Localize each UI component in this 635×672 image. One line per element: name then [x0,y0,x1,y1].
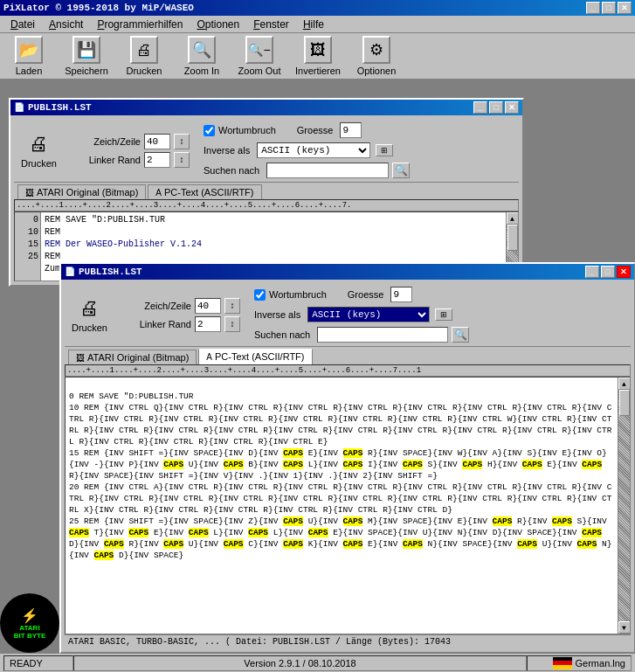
scroll-track-fg[interactable] [618,390,631,621]
refresh-btn[interactable]: ↕ [174,134,190,149]
app-titlebar: PiXLator © 1995-2018 by MiP/WASEO _ □ ✕ [0,0,635,16]
window-fg-ruler: ....+....1....+....2....+....3....+....4… [65,364,631,377]
zoom-out-icon: 🔍− [245,36,273,64]
suchen-input[interactable] [266,163,389,178]
menu-ansicht[interactable]: Ansicht [42,17,90,31]
window-bg-minimize[interactable]: _ [473,101,487,114]
linker-rand-input[interactable] [144,152,170,168]
inverse-expand[interactable]: ⊞ [376,144,393,156]
fg-refresh-btn2[interactable]: ↕ [224,316,240,332]
fg-suchen-label: Suchen nach [254,329,310,340]
status-version: Version 2.9.1 / 08.10.2018 [73,655,527,671]
scroll-up-fg[interactable]: ▲ [618,378,631,390]
fg-refresh-btn[interactable]: ↕ [224,298,240,314]
field-group-left: Zeich/Zeile ↕ Linker Rand ↕ [71,134,190,168]
scroll-down-fg[interactable]: ▼ [618,621,631,634]
fg-scrollbar[interactable]: ▲ ▼ [618,378,630,634]
toolbar-drucken[interactable]: 🖨 Drucken [122,36,166,76]
drucken-text[interactable]: Drucken [21,158,57,169]
toolbar-zoom-in[interactable]: 🔍 Zoom In [180,36,224,76]
line-25: 25 REM {INV SHIFT =}{INV SPACE}{INV Z}{I… [69,516,612,560]
app-title: PiXLator © 1995-2018 by MiP/WASEO [3,3,194,13]
laden-label: Laden [16,66,43,76]
toolbar-optionen[interactable]: ⚙ Optionen [355,36,398,76]
zoom-in-icon: 🔍 [188,36,216,64]
maximize-button[interactable]: □ [602,2,616,14]
zeich-input[interactable] [144,134,170,149]
fg-text-content[interactable]: 0 REM SAVE "D:PUBLISH.TUR 10 REM {INV CT… [66,378,618,634]
line-20: 20 REM {INV CTRL A}{INV CTRL R}{INV CTRL… [69,482,611,515]
menu-datei[interactable]: Datei [3,17,42,31]
toolbar-laden[interactable]: 📂 Laden [7,36,51,76]
toolbar-zoom-out[interactable]: 🔍− Zoom Out [238,36,281,76]
refresh-btn2[interactable]: ↕ [174,152,190,168]
groesse-label: Groesse [297,125,334,135]
window-fg-close[interactable]: ✕ [617,266,631,278]
drucken-icon: 🖨 [130,36,158,64]
fg-linker-rand-input[interactable] [195,316,221,332]
wortumbruch-checkbox[interactable] [204,125,215,136]
fg-inverse-select[interactable]: ASCII (keys) [307,307,430,322]
window-bg-close[interactable]: ✕ [505,101,519,114]
printer-icon: 🖨 [29,133,48,156]
fg-inverse-expand[interactable]: ⊞ [435,308,452,321]
window-fg-maximize[interactable]: □ [601,266,615,278]
toolbar-speichern[interactable]: 💾 Speichern [65,36,108,76]
tab-atari-fg[interactable]: 🖼 ATARI Original (Bitmap) [68,350,197,364]
fg-groesse-input[interactable] [390,287,412,302]
window-bg-titlebar: 📄 PUBLISH.LST _ □ ✕ [10,100,522,115]
window-fg-minimize[interactable]: _ [585,266,599,278]
fg-zeich-input[interactable] [195,298,221,314]
line-10: 10 REM {INV CTRL Q}{INV CTRL R}{INV CTRL… [69,403,611,447]
window-fg-print-area: 🖨 Drucken Zeich/Zeile ↕ Linker Rand ↕ [65,283,631,347]
tab-atari-bg[interactable]: 🖼 ATARI Original (Bitmap) [17,184,146,199]
fg-field-group-left: Zeich/Zeile ↕ Linker Rand ↕ [121,298,240,332]
window-fg-title: PUBLISH.LST [79,267,142,277]
fg-inverse-label: Inverse als [254,309,300,320]
atari-logo: ⚡ ATARI BIT BYTE [0,593,59,653]
minimize-button[interactable]: _ [586,2,600,14]
bg-line-numbers: 0 10 15 25 [15,212,41,281]
tab-pc-fg[interactable]: A PC-Text (ASCII/RTF) [198,349,312,364]
menu-fenster[interactable]: Fenster [246,17,296,31]
invertieren-label: Invertieren [295,66,341,76]
fg-search-button[interactable]: 🔍 [452,327,469,343]
window-bg-print-area: 🖨 Drucken Zeich/Zeile ↕ Linker Rand ↕ [14,119,519,183]
tab-atari-icon: 🖼 [25,188,34,197]
close-button[interactable]: ✕ [618,2,632,14]
scroll-up-bg[interactable]: ▲ [507,212,519,225]
window-bg-maximize[interactable]: □ [489,101,503,114]
window-bg-ruler: ....+....1....+....2....+....3....+....4… [14,199,519,211]
inverse-select[interactable]: ASCII (keys) [257,142,370,158]
fg-zeich-label: Zeich/Zeile [121,301,191,311]
statusbar: READY Version 2.9.1 / 08.10.2018 German.… [0,653,635,672]
menu-programmierhilfen[interactable]: Programmierhilfen [90,17,190,31]
speichern-label: Speichern [65,66,108,76]
fg-tab-pc-label: PC-Text (ASCII/RTF) [215,351,304,362]
search-button[interactable]: 🔍 [392,163,410,178]
language-label: German.lng [576,658,625,669]
fg-checkbox-area: Wortumbruch Groesse Inverse als ASCII (k… [254,287,469,343]
invertieren-icon: 🖼 [304,36,332,64]
toolbar-invertieren[interactable]: 🖼 Invertieren [295,36,341,76]
window-bg-icon: 📄 [14,102,24,113]
drucken-icon-area: 🖨 Drucken [21,133,57,169]
line-0: 0 REM SAVE "D:PUBLISH.TUR [69,391,194,401]
fg-suchen-input[interactable] [317,327,448,343]
tab-pc-icon: A [155,188,162,197]
fg-wortumbruch-checkbox[interactable] [254,289,266,301]
toolbar: 📂 Laden 💾 Speichern 🖨 Drucken 🔍 Zoom In … [0,33,635,80]
optionen-label: Optionen [357,66,397,76]
fg-printer-icon: 🖨 [79,297,99,321]
menu-hilfe[interactable]: Hilfe [296,17,331,31]
tab-pc-bg[interactable]: A PC-Text (ASCII/RTF) [148,184,261,199]
window-fg-text-area: 0 REM SAVE "D:PUBLISH.TUR 10 REM {INV CT… [65,377,631,634]
window-fg-icon: 📄 [65,267,75,277]
window-fg-tabs: 🖼 ATARI Original (Bitmap) A PC-Text (ASC… [65,347,631,364]
menu-optionen[interactable]: Optionen [190,17,246,31]
speichern-icon: 💾 [72,36,100,64]
fg-drucken-text[interactable]: Drucken [72,322,107,333]
german-flag [553,657,572,669]
groesse-input[interactable] [340,122,362,138]
fg-tab-atari-icon: 🖼 [76,353,85,363]
